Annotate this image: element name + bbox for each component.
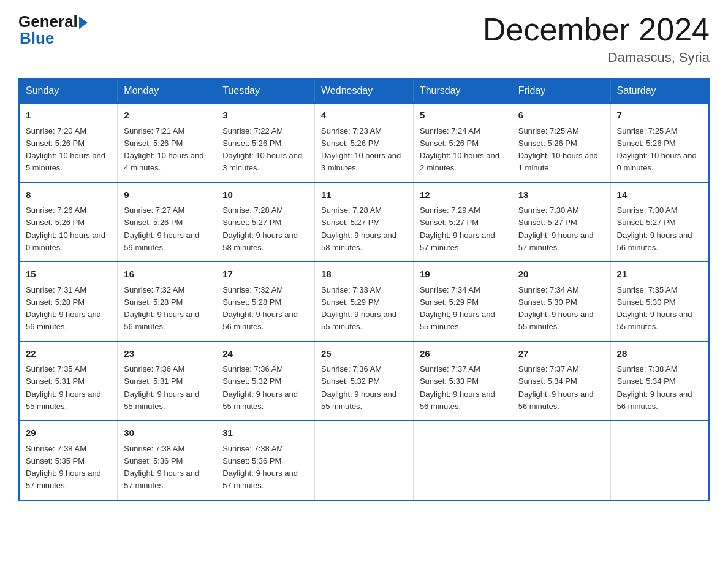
calendar-cell: 1 Sunrise: 7:20 AMSunset: 5:26 PMDayligh… <box>19 103 118 183</box>
day-number: 16 <box>124 267 210 282</box>
day-info: Sunrise: 7:37 AMSunset: 5:34 PMDaylight:… <box>518 364 594 411</box>
day-info: Sunrise: 7:38 AMSunset: 5:36 PMDaylight:… <box>222 444 298 491</box>
day-info: Sunrise: 7:22 AMSunset: 5:26 PMDaylight:… <box>222 126 302 173</box>
day-info: Sunrise: 7:28 AMSunset: 5:27 PMDaylight:… <box>222 205 298 252</box>
header-row: Sunday Monday Tuesday Wednesday Thursday… <box>19 79 709 103</box>
day-info: Sunrise: 7:32 AMSunset: 5:28 PMDaylight:… <box>222 285 298 332</box>
title-block: December 2024 Damascus, Syria <box>483 12 710 66</box>
calendar-cell: 13 Sunrise: 7:30 AMSunset: 5:27 PMDaylig… <box>512 183 610 262</box>
calendar-cell: 18 Sunrise: 7:33 AMSunset: 5:29 PMDaylig… <box>315 262 414 342</box>
day-info: Sunrise: 7:33 AMSunset: 5:29 PMDaylight:… <box>321 285 396 332</box>
calendar-cell: 7 Sunrise: 7:25 AMSunset: 5:26 PMDayligh… <box>610 103 709 183</box>
calendar-cell: 19 Sunrise: 7:34 AMSunset: 5:29 PMDaylig… <box>413 262 512 342</box>
day-number: 19 <box>420 267 506 282</box>
logo-arrow-icon <box>79 17 88 29</box>
calendar-cell: 8 Sunrise: 7:26 AMSunset: 5:26 PMDayligh… <box>19 183 118 262</box>
calendar-cell: 26 Sunrise: 7:37 AMSunset: 5:33 PMDaylig… <box>413 342 512 421</box>
calendar-cell <box>512 421 610 500</box>
day-info: Sunrise: 7:36 AMSunset: 5:32 PMDaylight:… <box>222 364 298 411</box>
calendar-body: 1 Sunrise: 7:20 AMSunset: 5:26 PMDayligh… <box>19 103 709 500</box>
day-info: Sunrise: 7:28 AMSunset: 5:27 PMDaylight:… <box>321 205 396 252</box>
col-tuesday: Tuesday <box>216 79 315 103</box>
day-info: Sunrise: 7:23 AMSunset: 5:26 PMDaylight:… <box>321 126 401 173</box>
day-info: Sunrise: 7:27 AMSunset: 5:26 PMDaylight:… <box>124 205 199 252</box>
calendar-cell: 14 Sunrise: 7:30 AMSunset: 5:27 PMDaylig… <box>610 183 709 262</box>
day-number: 2 <box>124 109 210 123</box>
day-info: Sunrise: 7:20 AMSunset: 5:26 PMDaylight:… <box>26 126 105 173</box>
day-info: Sunrise: 7:37 AMSunset: 5:33 PMDaylight:… <box>420 364 495 411</box>
day-number: 4 <box>321 109 407 123</box>
day-number: 6 <box>518 109 604 123</box>
day-info: Sunrise: 7:30 AMSunset: 5:27 PMDaylight:… <box>617 205 692 252</box>
day-info: Sunrise: 7:38 AMSunset: 5:34 PMDaylight:… <box>617 364 692 411</box>
calendar-cell: 30 Sunrise: 7:38 AMSunset: 5:36 PMDaylig… <box>118 421 216 500</box>
calendar-cell: 4 Sunrise: 7:23 AMSunset: 5:26 PMDayligh… <box>315 103 414 183</box>
week-row-1: 1 Sunrise: 7:20 AMSunset: 5:26 PMDayligh… <box>19 103 709 183</box>
day-number: 15 <box>26 267 111 282</box>
calendar-cell <box>413 421 512 500</box>
logo: General Blue <box>18 12 88 48</box>
calendar-table: Sunday Monday Tuesday Wednesday Thursday… <box>18 78 710 501</box>
day-number: 5 <box>420 109 506 123</box>
day-number: 11 <box>321 188 407 202</box>
calendar-cell: 6 Sunrise: 7:25 AMSunset: 5:26 PMDayligh… <box>512 103 610 183</box>
day-number: 23 <box>124 347 210 361</box>
calendar-cell: 17 Sunrise: 7:32 AMSunset: 5:28 PMDaylig… <box>216 262 315 342</box>
day-info: Sunrise: 7:35 AMSunset: 5:31 PMDaylight:… <box>26 364 101 411</box>
calendar-cell: 15 Sunrise: 7:31 AMSunset: 5:28 PMDaylig… <box>19 262 118 342</box>
day-number: 13 <box>518 188 604 202</box>
col-saturday: Saturday <box>610 79 709 103</box>
day-number: 8 <box>26 188 111 202</box>
calendar-cell: 23 Sunrise: 7:36 AMSunset: 5:31 PMDaylig… <box>118 342 216 421</box>
calendar-header: Sunday Monday Tuesday Wednesday Thursday… <box>19 79 709 103</box>
day-number: 22 <box>26 347 111 361</box>
day-info: Sunrise: 7:21 AMSunset: 5:26 PMDaylight:… <box>124 126 203 173</box>
calendar-cell: 9 Sunrise: 7:27 AMSunset: 5:26 PMDayligh… <box>118 183 216 262</box>
day-number: 30 <box>124 426 210 440</box>
calendar-cell <box>315 421 414 500</box>
calendar-cell: 12 Sunrise: 7:29 AMSunset: 5:27 PMDaylig… <box>413 183 512 262</box>
calendar-cell: 29 Sunrise: 7:38 AMSunset: 5:35 PMDaylig… <box>19 421 118 500</box>
day-info: Sunrise: 7:35 AMSunset: 5:30 PMDaylight:… <box>617 285 692 332</box>
day-number: 31 <box>222 426 308 440</box>
col-sunday: Sunday <box>19 79 118 103</box>
day-number: 1 <box>26 109 111 123</box>
calendar-cell <box>610 421 709 500</box>
calendar-cell: 5 Sunrise: 7:24 AMSunset: 5:26 PMDayligh… <box>413 103 512 183</box>
day-number: 9 <box>124 188 210 202</box>
day-info: Sunrise: 7:31 AMSunset: 5:28 PMDaylight:… <box>26 285 101 332</box>
day-number: 18 <box>321 267 407 282</box>
day-info: Sunrise: 7:32 AMSunset: 5:28 PMDaylight:… <box>124 285 199 332</box>
calendar-cell: 3 Sunrise: 7:22 AMSunset: 5:26 PMDayligh… <box>216 103 315 183</box>
day-number: 12 <box>420 188 506 202</box>
week-row-4: 22 Sunrise: 7:35 AMSunset: 5:31 PMDaylig… <box>19 342 709 421</box>
col-thursday: Thursday <box>413 79 512 103</box>
calendar-cell: 24 Sunrise: 7:36 AMSunset: 5:32 PMDaylig… <box>216 342 315 421</box>
day-number: 25 <box>321 347 407 361</box>
day-number: 7 <box>617 109 702 123</box>
month-title: December 2024 <box>483 12 710 47</box>
day-info: Sunrise: 7:25 AMSunset: 5:26 PMDaylight:… <box>617 126 697 173</box>
calendar-cell: 11 Sunrise: 7:28 AMSunset: 5:27 PMDaylig… <box>315 183 414 262</box>
day-number: 28 <box>617 347 702 361</box>
page-header: General Blue December 2024 Damascus, Syr… <box>18 12 710 66</box>
day-info: Sunrise: 7:29 AMSunset: 5:27 PMDaylight:… <box>420 205 495 252</box>
day-number: 3 <box>222 109 308 123</box>
day-info: Sunrise: 7:34 AMSunset: 5:29 PMDaylight:… <box>420 285 495 332</box>
logo-blue-text: Blue <box>18 29 54 48</box>
day-info: Sunrise: 7:38 AMSunset: 5:35 PMDaylight:… <box>26 444 101 491</box>
day-number: 10 <box>222 188 308 202</box>
day-info: Sunrise: 7:36 AMSunset: 5:31 PMDaylight:… <box>124 364 199 411</box>
day-number: 29 <box>26 426 111 440</box>
calendar-cell: 31 Sunrise: 7:38 AMSunset: 5:36 PMDaylig… <box>216 421 315 500</box>
day-number: 27 <box>518 347 604 361</box>
day-info: Sunrise: 7:26 AMSunset: 5:26 PMDaylight:… <box>26 205 105 252</box>
day-number: 21 <box>617 267 702 282</box>
day-info: Sunrise: 7:34 AMSunset: 5:30 PMDaylight:… <box>518 285 594 332</box>
day-info: Sunrise: 7:30 AMSunset: 5:27 PMDaylight:… <box>518 205 594 252</box>
week-row-3: 15 Sunrise: 7:31 AMSunset: 5:28 PMDaylig… <box>19 262 709 342</box>
calendar-cell: 10 Sunrise: 7:28 AMSunset: 5:27 PMDaylig… <box>216 183 315 262</box>
day-info: Sunrise: 7:25 AMSunset: 5:26 PMDaylight:… <box>518 126 598 173</box>
calendar-cell: 21 Sunrise: 7:35 AMSunset: 5:30 PMDaylig… <box>610 262 709 342</box>
day-number: 14 <box>617 188 702 202</box>
